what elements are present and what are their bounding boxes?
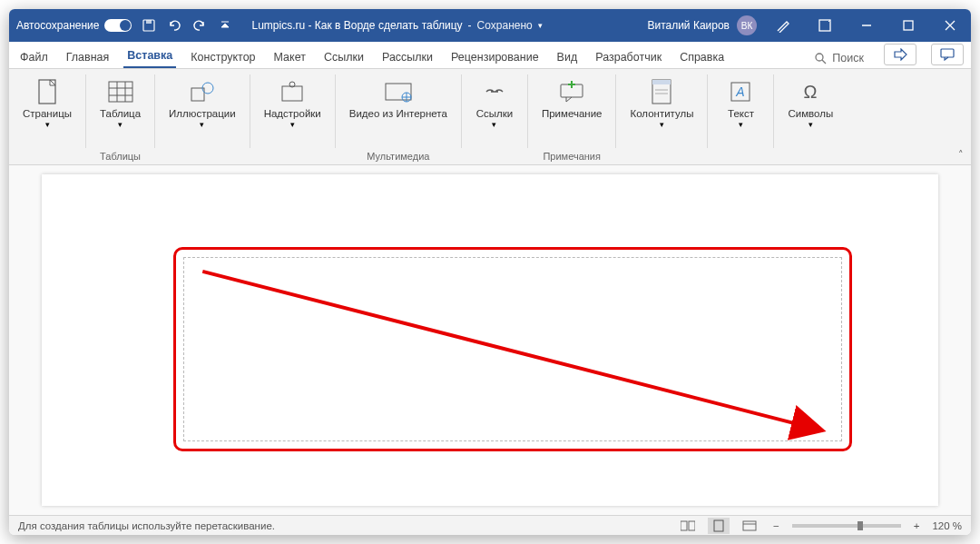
title-bar: Автосохранение Lumpics.ru - Как в Ворде …	[9, 9, 971, 42]
document-title: Lumpics.ru - Как в Ворде сделать таблицу…	[251, 19, 542, 32]
svg-rect-9	[109, 82, 132, 102]
zoom-out-button[interactable]: −	[769, 520, 783, 531]
svg-rect-16	[282, 86, 302, 101]
addins-button[interactable]: Надстройки ▾	[256, 73, 329, 150]
search-box[interactable]: Поиск	[808, 48, 869, 68]
comment-button[interactable]: Примечание	[534, 73, 611, 150]
svg-text:Ω: Ω	[804, 82, 818, 102]
collapse-ribbon-icon[interactable]: ˄	[958, 149, 964, 161]
redo-icon[interactable]	[191, 17, 208, 34]
zoom-slider[interactable]	[792, 524, 901, 528]
group-addins: Надстройки ▾	[250, 69, 335, 164]
svg-text:A: A	[736, 84, 745, 99]
svg-point-5	[816, 54, 823, 61]
document-area[interactable]	[9, 165, 971, 515]
svg-line-32	[202, 272, 822, 430]
svg-rect-4	[904, 21, 913, 30]
search-placeholder: Поиск	[832, 52, 864, 64]
undo-icon[interactable]	[166, 17, 182, 34]
group-pages: Страницы ▾	[9, 69, 85, 164]
tab-review[interactable]: Рецензирование	[447, 45, 543, 68]
user-name: Виталий Каиров	[647, 19, 730, 32]
group-label-comments: Примечания	[534, 150, 611, 164]
group-label-tables: Таблицы	[92, 150, 149, 164]
svg-rect-33	[681, 521, 687, 530]
doc-name: Lumpics.ru - Как в Ворде сделать таблицу	[251, 19, 462, 32]
table-icon	[106, 77, 135, 106]
saved-status[interactable]: Сохранено	[477, 19, 533, 32]
textbox-icon: A	[726, 77, 755, 106]
pages-button[interactable]: Страницы ▾	[15, 73, 80, 150]
maximize-icon[interactable]	[887, 9, 929, 42]
symbols-button[interactable]: Ω Символы ▾	[779, 73, 841, 150]
svg-rect-1	[146, 20, 152, 24]
group-text: A Текст ▾	[708, 69, 773, 164]
web-layout-icon[interactable]	[739, 518, 760, 534]
zoom-in-button[interactable]: +	[910, 520, 924, 531]
tab-view[interactable]: Вид	[554, 45, 582, 68]
user-account[interactable]: Виталий Каиров ВК	[647, 15, 757, 35]
headerfooter-icon	[647, 77, 676, 106]
chevron-down-icon: ▾	[118, 120, 122, 129]
tab-mailings[interactable]: Рассылки	[378, 45, 436, 68]
headerfooter-button[interactable]: Колонтитулы ▾	[622, 73, 701, 150]
chevron-down-icon[interactable]: ▾	[538, 21, 543, 30]
comments-button[interactable]	[931, 44, 964, 65]
page	[42, 174, 938, 506]
table-button[interactable]: Таблица ▾	[92, 73, 149, 150]
search-icon	[814, 52, 827, 64]
zoom-level[interactable]: 120 %	[932, 520, 962, 531]
group-comments: Примечание Примечания	[528, 69, 616, 164]
shapes-icon	[188, 77, 217, 106]
chevron-down-icon: ▾	[808, 120, 813, 129]
chevron-down-icon: ▾	[45, 120, 50, 129]
illustrations-button[interactable]: Иллюстрации ▾	[161, 73, 244, 150]
autosave-label: Автосохранение	[16, 19, 99, 32]
tab-developer[interactable]: Разработчик	[592, 45, 665, 68]
group-illustrations: Иллюстрации ▾	[155, 69, 250, 164]
print-layout-icon[interactable]	[708, 518, 730, 534]
autosave-toggle[interactable]: Автосохранение	[9, 19, 132, 32]
svg-rect-36	[743, 521, 756, 530]
tab-layout[interactable]: Макет	[270, 45, 309, 68]
close-icon[interactable]	[929, 9, 971, 42]
online-video-button[interactable]: Видео из Интернета	[341, 73, 456, 150]
status-bar: Для создания таблицы используйте перетас…	[9, 515, 971, 535]
links-button[interactable]: Ссылки ▾	[467, 73, 522, 150]
share-button[interactable]	[884, 44, 916, 65]
text-button[interactable]: A Текст ▾	[713, 73, 768, 150]
page-icon	[33, 77, 62, 106]
app-window: Автосохранение Lumpics.ru - Как в Ворде …	[9, 9, 971, 535]
omega-icon: Ω	[796, 77, 825, 106]
group-label-media: Мультимедиа	[341, 150, 456, 164]
group-symbols: Ω Символы ▾	[774, 69, 847, 164]
tab-help[interactable]: Справка	[676, 45, 728, 68]
chevron-down-icon: ▾	[492, 120, 496, 129]
ribbon-display-icon[interactable]	[804, 9, 846, 42]
tab-file[interactable]: Файл	[16, 45, 52, 68]
ribbon-tabs: Файл Главная Вставка Конструктор Макет С…	[9, 42, 971, 69]
read-mode-icon[interactable]	[677, 518, 699, 534]
minimize-icon[interactable]	[846, 9, 887, 42]
tab-home[interactable]: Главная	[63, 45, 113, 68]
svg-rect-35	[714, 520, 723, 531]
chevron-down-icon: ▾	[200, 120, 204, 129]
toggle-switch	[104, 19, 132, 32]
draw-mode-icon[interactable]	[762, 9, 804, 42]
group-links: Ссылки ▾	[462, 69, 527, 164]
save-icon[interactable]	[141, 17, 157, 34]
annotation-box	[173, 247, 852, 451]
svg-rect-26	[652, 80, 671, 84]
svg-rect-34	[689, 521, 695, 530]
group-headerfooter: Колонтитулы ▾	[616, 69, 707, 164]
tab-design[interactable]: Конструктор	[187, 45, 259, 68]
customize-qat-icon[interactable]	[217, 17, 233, 34]
addins-icon	[278, 77, 307, 106]
chevron-down-icon: ▾	[739, 120, 743, 129]
tab-references[interactable]: Ссылки	[320, 45, 368, 68]
video-icon	[384, 77, 413, 106]
svg-line-6	[822, 60, 826, 64]
svg-rect-7	[941, 49, 954, 57]
chevron-down-icon: ▾	[290, 120, 295, 129]
tab-insert[interactable]: Вставка	[123, 44, 176, 68]
